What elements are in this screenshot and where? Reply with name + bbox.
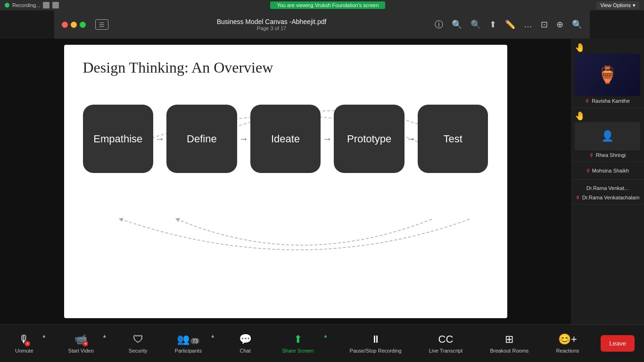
info-icon[interactable]: ⓘ [435, 19, 443, 30]
pdf-toolbar-icons: ⓘ 🔍 🔍 ⬆ ✏️ … ⊡ ⊕ 🔍 [435, 19, 582, 30]
participants-panel: 🤚 🏺 🎙 Ravisha Kamthe 🤚 👤 🎙 Rhea Shringi [571, 39, 644, 324]
chat-icon: 💬 [239, 333, 252, 346]
minimize-button[interactable] [71, 22, 77, 28]
maximize-button[interactable] [80, 22, 86, 28]
recording-dot [5, 3, 9, 8]
participant-name-mohsina: 🎙 Mohsina Shaikh [575, 166, 640, 175]
recording-indicator: Recording... [5, 2, 59, 8]
view-options-button[interactable]: View Options ▾ [596, 1, 639, 9]
reactions-icon: 😊+ [558, 333, 577, 346]
bottom-toolbar: 🎙 ✕ Unmute ▲ 📹 ✕ Start Video ▲ 🛡 Securit… [0, 324, 644, 362]
zoom-out-icon[interactable]: 🔍 [471, 19, 481, 30]
hand-raise-icon-rhea: 🤚 [575, 112, 640, 120]
participant-card-drama: Dr.Rama Venkat... 🎙 Dr.Rama Venkatachala… [571, 180, 644, 205]
chevron-down-icon: ▾ [633, 2, 636, 8]
participants-group: 👥73 Participants ▲ [169, 329, 215, 357]
pause-recording-icon: ⏸ [371, 333, 381, 346]
breakout-rooms-icon: ⊞ [505, 333, 513, 346]
mouse-cursor: ↖ [460, 191, 467, 201]
step-empathise: Empathise [83, 105, 154, 173]
arrow-3: → [322, 133, 332, 144]
unmute-button[interactable]: 🎙 ✕ Unmute [9, 329, 39, 357]
step-ideate: Ideate [250, 105, 321, 173]
participant-name-drama: Dr.Rama Venkat... [575, 183, 640, 193]
muted-icon-mohsina: 🎙 [586, 168, 592, 173]
arrow-1: → [155, 133, 165, 144]
live-transcript-button[interactable]: CC Live Transcript [423, 329, 469, 357]
stop-button[interactable] [52, 2, 59, 8]
step-prototype: Prototype [334, 105, 405, 173]
arrow-2: → [239, 133, 248, 144]
arrow-4: → [406, 133, 416, 144]
transcript-icon: CC [438, 333, 454, 346]
flow-arrows-svg [64, 45, 507, 318]
participant-avatar-rhea: 👤 [575, 122, 640, 150]
chat-button[interactable]: 💬 Chat [231, 329, 259, 357]
hand-raise-icon-ravisha: 🤚 [575, 43, 640, 52]
step-define: Define [166, 105, 237, 173]
pdf-viewer: Design Thinking: An Overview E [0, 39, 571, 324]
pen-icon[interactable]: ✏️ [505, 19, 515, 30]
sidebar-toggle[interactable]: ☰ [95, 19, 108, 30]
muted-icon-drama: 🎙 [576, 195, 580, 200]
pdf-title-area: Business Model Canvas -Abheejit.pdf Page… [114, 18, 429, 31]
share-screen-button[interactable]: ⬆ Share Screen [275, 329, 320, 357]
security-icon: 🛡 [133, 333, 143, 346]
reactions-button[interactable]: 😊+ Reactions [550, 329, 585, 357]
sharing-banner: You are viewing Vruksh Foundation's scre… [270, 1, 385, 9]
share-screen-icon: ⬆ [294, 333, 302, 346]
pause-stop-recording-button[interactable]: ⏸ Pause/Stop Recording [344, 329, 407, 357]
video-chevron-icon[interactable]: ▲ [102, 333, 107, 338]
more-options-icon[interactable]: … [524, 20, 532, 30]
pdf-filename: Business Model Canvas -Abheejit.pdf [217, 18, 327, 25]
participant-name-ravisha: 🎙 Ravisha Kamthe [575, 98, 640, 104]
video-x-icon: ✕ [83, 341, 88, 346]
pdf-page-info: Page 3 of 17 [257, 25, 286, 31]
pause-button[interactable] [43, 2, 50, 8]
search-icon[interactable]: 🔍 [572, 19, 582, 30]
participant-avatar-ravisha: 🏺 [575, 54, 640, 96]
participant-card-ravisha: 🤚 🏺 🎙 Ravisha Kamthe [571, 39, 644, 108]
muted-icon-ravisha: 🎙 [585, 99, 590, 104]
bookmark-icon[interactable]: ⊕ [556, 19, 563, 30]
avatar-image-ravisha: 🏺 [575, 54, 640, 96]
expand-icon[interactable]: ⊡ [541, 19, 548, 30]
participants-button[interactable]: 👥73 Participants [169, 329, 207, 357]
muted-icon-rhea: 🎙 [589, 153, 594, 158]
mute-x-icon: ✕ [25, 341, 30, 346]
start-video-group: 📹 ✕ Start Video ▲ [63, 329, 107, 357]
unmute-chevron-icon[interactable]: ▲ [42, 333, 47, 338]
avatar-placeholder-rhea: 👤 [601, 130, 614, 142]
step-test: Test [418, 105, 488, 173]
share-screen-chevron-icon[interactable]: ▲ [323, 333, 328, 338]
sidebar-icon: ☰ [99, 21, 105, 28]
unmute-group: 🎙 ✕ Unmute ▲ [9, 329, 46, 357]
share-icon[interactable]: ⬆ [489, 19, 496, 30]
window-controls [62, 22, 86, 28]
top-banner: Recording... You are viewing Vruksh Foun… [0, 0, 644, 10]
flow-steps: Empathise → Define → Ideate → Prototype … [83, 105, 488, 173]
pdf-page-content: Design Thinking: An Overview E [64, 45, 507, 318]
share-screen-group: ⬆ Share Screen ▲ [275, 329, 328, 357]
participant-name-rhea: 🎙 Rhea Shringi [575, 152, 640, 158]
participants-icon: 👥73 [177, 333, 199, 346]
participant-card-rhea: 🤚 👤 🎙 Rhea Shringi [571, 108, 644, 162]
participant-card-mohsina: 🎙 Mohsina Shaikh [571, 162, 644, 180]
zoom-in-icon[interactable]: 🔍 [452, 19, 462, 30]
recording-label: Recording... [12, 2, 40, 8]
main-area: Design Thinking: An Overview E [0, 39, 644, 324]
participants-chevron-icon[interactable]: ▲ [210, 333, 215, 338]
breakout-rooms-button[interactable]: ⊞ Breakout Rooms [484, 329, 534, 357]
security-button[interactable]: 🛡 Security [123, 329, 153, 357]
pdf-toolbar: ☰ Business Model Canvas -Abheejit.pdf Pa… [54, 10, 590, 39]
leave-button[interactable]: Leave [601, 335, 634, 352]
participant-subname-drama: 🎙 Dr.Rama Venkatachalam [575, 195, 640, 200]
close-button[interactable] [62, 22, 68, 28]
start-video-button[interactable]: 📹 ✕ Start Video [63, 329, 99, 357]
slide-title: Design Thinking: An Overview [83, 59, 488, 76]
